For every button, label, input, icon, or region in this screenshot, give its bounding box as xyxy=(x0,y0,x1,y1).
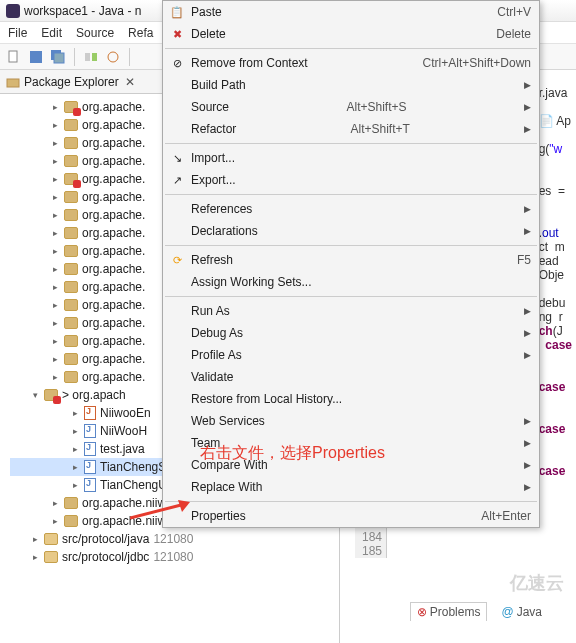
expand-arrow-icon[interactable]: ▸ xyxy=(50,192,60,202)
package-icon xyxy=(44,533,58,545)
package-explorer-icon xyxy=(6,75,20,89)
menu-item-properties[interactable]: PropertiesAlt+Enter xyxy=(163,505,539,527)
node-label: NiiWooH xyxy=(100,424,147,438)
expand-arrow-icon[interactable]: ▸ xyxy=(50,102,60,112)
toggle-icon[interactable] xyxy=(83,49,99,65)
menu-item-delete[interactable]: ✖DeleteDelete xyxy=(163,23,539,45)
expand-arrow-icon[interactable]: ▸ xyxy=(50,354,60,364)
menu-item-paste[interactable]: 📋PasteCtrl+V xyxy=(163,1,539,23)
editor-tab[interactable]: r.java xyxy=(539,86,568,100)
menu-item-label: Export... xyxy=(191,173,236,187)
submenu-arrow-icon: ▶ xyxy=(524,80,531,90)
expand-arrow-icon[interactable]: ▸ xyxy=(50,300,60,310)
expand-arrow-icon[interactable]: ▸ xyxy=(50,156,60,166)
menu-item-debug-as[interactable]: Debug As▶ xyxy=(163,322,539,344)
package-icon xyxy=(64,137,78,149)
menu-source[interactable]: Source xyxy=(76,26,114,40)
menu-item-web-services[interactable]: Web Services▶ xyxy=(163,410,539,432)
menu-item-label: Declarations xyxy=(191,224,258,238)
expand-arrow-icon[interactable]: ▸ xyxy=(70,462,80,472)
menu-item-remove-from-context[interactable]: ⊘Remove from ContextCtrl+Alt+Shift+Down xyxy=(163,52,539,74)
node-label: org.apache. xyxy=(82,262,145,276)
expand-arrow-icon[interactable]: ▸ xyxy=(50,120,60,130)
menu-item-refactor[interactable]: RefactorAlt+Shift+T▶ xyxy=(163,118,539,140)
expand-arrow-icon[interactable]: ▸ xyxy=(50,264,60,274)
close-view-icon[interactable]: ✕ xyxy=(125,75,135,89)
save-icon[interactable] xyxy=(28,49,44,65)
expand-arrow-icon[interactable]: ▸ xyxy=(50,318,60,328)
menu-item-run-as[interactable]: Run As▶ xyxy=(163,300,539,322)
expand-arrow-icon[interactable]: ▸ xyxy=(70,480,80,490)
expand-arrow-icon[interactable]: ▸ xyxy=(50,228,60,238)
node-label: > org.apach xyxy=(62,388,126,402)
package-icon xyxy=(64,317,78,329)
menu-item-validate[interactable]: Validate xyxy=(163,366,539,388)
menu-item-references[interactable]: References▶ xyxy=(163,198,539,220)
window-title: workspace1 - Java - n xyxy=(24,4,141,18)
expand-arrow-icon[interactable]: ▸ xyxy=(70,408,80,418)
watermark: 亿速云 xyxy=(510,571,564,595)
expand-arrow-icon[interactable]: ▸ xyxy=(50,516,60,526)
expand-arrow-icon[interactable]: ▸ xyxy=(50,282,60,292)
save-all-icon[interactable] xyxy=(50,49,66,65)
menu-item-icon: ↗ xyxy=(169,172,185,188)
expand-arrow-icon[interactable]: ▸ xyxy=(50,336,60,346)
menu-item-icon: ✖ xyxy=(169,26,185,42)
menu-refactor[interactable]: Refa xyxy=(128,26,153,40)
annotation-text: 右击文件，选择Properties xyxy=(200,443,385,464)
tab-problems[interactable]: ⊗Problems xyxy=(410,602,488,621)
expand-arrow-icon[interactable]: ▸ xyxy=(50,246,60,256)
menu-separator xyxy=(165,194,537,195)
menu-item-label: Refactor xyxy=(191,122,236,136)
expand-arrow-icon[interactable]: ▸ xyxy=(50,138,60,148)
build-icon[interactable] xyxy=(105,49,121,65)
menu-item-source[interactable]: SourceAlt+Shift+S▶ xyxy=(163,96,539,118)
menu-item-import[interactable]: ↘Import... xyxy=(163,147,539,169)
menu-item-export[interactable]: ↗Export... xyxy=(163,169,539,191)
expand-arrow-icon[interactable]: ▸ xyxy=(50,210,60,220)
toolbar-separator xyxy=(129,48,130,66)
submenu-arrow-icon: ▶ xyxy=(524,482,531,492)
menu-item-profile-as[interactable]: Profile As▶ xyxy=(163,344,539,366)
expand-arrow-icon[interactable]: ▸ xyxy=(30,534,40,544)
menu-shortcut: Alt+Shift+T xyxy=(350,122,409,136)
svg-rect-7 xyxy=(7,79,19,87)
tab-javadoc[interactable]: @Java xyxy=(495,602,548,621)
node-label: NiiwooEn xyxy=(100,406,151,420)
menu-item-restore-from-local-history[interactable]: Restore from Local History... xyxy=(163,388,539,410)
revision-count: 121080 xyxy=(153,532,193,546)
expand-arrow-icon[interactable]: ▸ xyxy=(70,426,80,436)
menu-item-build-path[interactable]: Build Path▶ xyxy=(163,74,539,96)
view-label: Package Explorer xyxy=(24,75,119,89)
menu-edit[interactable]: Edit xyxy=(41,26,62,40)
menu-item-refresh[interactable]: ⟳RefreshF5 xyxy=(163,249,539,271)
submenu-arrow-icon: ▶ xyxy=(524,226,531,236)
submenu-arrow-icon: ▶ xyxy=(524,460,531,470)
package-icon xyxy=(64,281,78,293)
tree-node[interactable]: ▸src/protocol/jdbc 121080 xyxy=(10,548,339,566)
tree-node[interactable]: ▸src/protocol/java 121080 xyxy=(10,530,339,548)
menu-file[interactable]: File xyxy=(8,26,27,40)
submenu-arrow-icon: ▶ xyxy=(524,306,531,316)
svg-rect-5 xyxy=(92,53,97,61)
menu-item-replace-with[interactable]: Replace With▶ xyxy=(163,476,539,498)
perspective-button[interactable]: 📄 Ap xyxy=(539,114,571,128)
expand-arrow-icon[interactable]: ▸ xyxy=(70,444,80,454)
node-label: org.apache. xyxy=(82,226,145,240)
menu-separator xyxy=(165,296,537,297)
submenu-arrow-icon: ▶ xyxy=(524,416,531,426)
menu-separator xyxy=(165,48,537,49)
submenu-arrow-icon: ▶ xyxy=(524,350,531,360)
package-icon xyxy=(44,551,58,563)
package-icon xyxy=(64,209,78,221)
expand-arrow-icon[interactable]: ▾ xyxy=(30,390,40,400)
expand-arrow-icon[interactable]: ▸ xyxy=(50,174,60,184)
menu-item-label: Build Path xyxy=(191,78,246,92)
expand-arrow-icon[interactable]: ▸ xyxy=(30,552,40,562)
node-label: org.apache. xyxy=(82,190,145,204)
new-icon[interactable] xyxy=(6,49,22,65)
expand-arrow-icon[interactable]: ▸ xyxy=(50,498,60,508)
menu-item-assign-working-sets[interactable]: Assign Working Sets... xyxy=(163,271,539,293)
expand-arrow-icon[interactable]: ▸ xyxy=(50,372,60,382)
menu-item-declarations[interactable]: Declarations▶ xyxy=(163,220,539,242)
